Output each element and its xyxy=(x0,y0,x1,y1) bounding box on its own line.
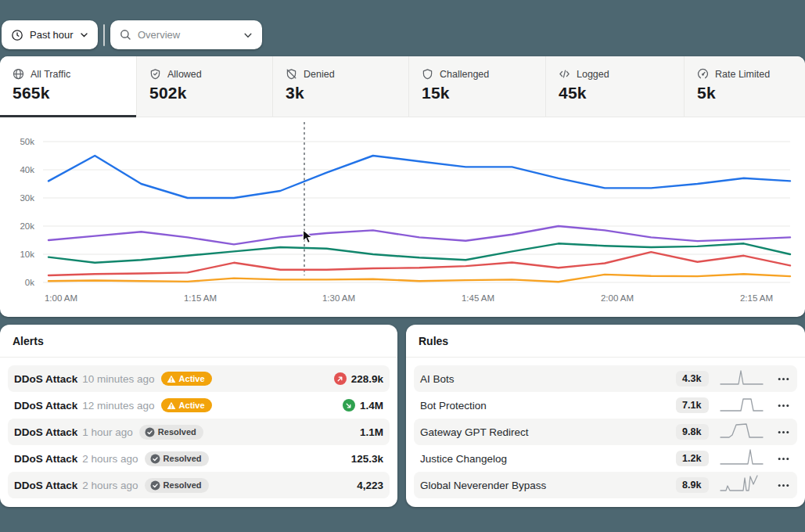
alert-status-badge: Resolved xyxy=(139,425,203,440)
alerts-title: Alerts xyxy=(13,335,44,347)
time-range-dropdown[interactable]: Past hour xyxy=(2,20,98,49)
rule-sparkline xyxy=(720,368,764,390)
metric-tab-value: 502k xyxy=(149,84,260,102)
line-chart[interactable]: 50k40k30k20k10k0k1:00 AM1:15 AM1:30 AM1:… xyxy=(0,117,805,317)
svg-text:1:15 AM: 1:15 AM xyxy=(184,293,217,303)
warning-icon xyxy=(167,375,176,383)
metric-tab-label: Denied xyxy=(304,69,335,80)
alert-row[interactable]: DDoS Attack 1 hour ago Resolved 1.1M xyxy=(8,419,390,445)
alert-row[interactable]: DDoS Attack 10 minutes ago Active 228.9k xyxy=(8,365,390,392)
svg-text:30k: 30k xyxy=(20,193,34,203)
svg-text:2:15 AM: 2:15 AM xyxy=(740,293,773,303)
rule-row[interactable]: Bot Protection 7.1k xyxy=(414,392,797,419)
svg-text:1:45 AM: 1:45 AM xyxy=(462,293,494,303)
alert-name: DDoS Attack xyxy=(14,373,77,385)
rule-hit-count: 4.3k xyxy=(676,371,709,386)
metric-tab-allowed[interactable]: Allowed 502k xyxy=(137,56,273,117)
alert-value: 125.3k xyxy=(351,453,383,465)
alert-row[interactable]: DDoS Attack 2 hours ago Resolved 125.3k xyxy=(8,445,390,472)
alert-status-badge: Resolved xyxy=(145,451,209,466)
trend-down-icon xyxy=(343,399,355,412)
alerts-header: Alerts xyxy=(0,325,397,358)
metric-tab-value: 5k xyxy=(697,84,792,102)
search-icon xyxy=(120,29,131,41)
alert-value: 1.4M xyxy=(360,400,383,412)
alerts-list: DDoS Attack 10 minutes ago Active 228.9k… xyxy=(0,358,397,498)
metric-tabs: All Traffic 565k Allowed 502k Denied 3k … xyxy=(0,56,805,117)
metric-tab-value: 45k xyxy=(559,84,671,102)
rules-panel: Rules AI Bots 4.3k Bot Protection 7.1k G… xyxy=(406,325,805,507)
alert-value: 1.1M xyxy=(360,426,383,438)
metric-tab-value: 565k xyxy=(13,84,124,102)
metric-tab-label: Challenged xyxy=(440,69,489,80)
alert-status-label: Active xyxy=(179,374,205,383)
rule-hit-count: 8.9k xyxy=(676,477,709,493)
metric-tab-rate-limited[interactable]: Rate Limited 5k xyxy=(685,56,805,117)
rule-menu-button[interactable] xyxy=(776,480,791,491)
alert-status-badge: Active xyxy=(161,372,212,386)
ellipsis-icon xyxy=(778,457,789,461)
alert-name: DDoS Attack xyxy=(14,400,77,412)
rule-hit-count: 9.8k xyxy=(676,424,709,440)
clock-icon xyxy=(11,29,23,41)
metric-tab-logged[interactable]: Logged 45k xyxy=(546,56,685,117)
metric-tab-label: Allowed xyxy=(167,69,202,80)
alert-status-label: Resolved xyxy=(164,480,202,490)
rule-row[interactable]: Global Neverender Bypass 8.9k xyxy=(414,472,797,498)
svg-text:2:00 AM: 2:00 AM xyxy=(601,293,634,303)
alert-time: 2 hours ago xyxy=(82,480,138,491)
series-green xyxy=(49,243,790,262)
chevron-down-icon xyxy=(243,31,253,40)
trend-up-icon xyxy=(334,372,347,385)
ellipsis-icon xyxy=(778,430,789,434)
alert-status-badge: Resolved xyxy=(145,478,209,493)
rule-name: Gateway GPT Redirect xyxy=(420,426,676,438)
gauge-icon xyxy=(697,68,709,80)
alert-name: DDoS Attack xyxy=(14,426,77,438)
view-select-value: Overview xyxy=(138,29,237,41)
metric-tab-label: All Traffic xyxy=(31,69,70,80)
alert-time: 1 hour ago xyxy=(82,426,133,438)
rule-menu-button[interactable] xyxy=(776,374,791,384)
rule-name: AI Bots xyxy=(420,373,676,385)
globe-icon xyxy=(13,68,24,80)
rule-menu-button[interactable] xyxy=(776,427,791,437)
rule-sparkline xyxy=(720,421,764,443)
rule-sparkline xyxy=(720,394,764,416)
traffic-chart[interactable]: 50k40k30k20k10k0k1:00 AM1:15 AM1:30 AM1:… xyxy=(0,117,805,317)
alerts-panel: Alerts DDoS Attack 10 minutes ago Active… xyxy=(0,325,397,507)
rule-name: Bot Protection xyxy=(420,400,676,412)
metric-tab-all-traffic[interactable]: All Traffic 565k xyxy=(0,56,137,117)
rule-row[interactable]: AI Bots 4.3k xyxy=(414,365,797,392)
svg-text:40k: 40k xyxy=(20,165,34,174)
time-range-label: Past hour xyxy=(30,29,74,41)
alert-time: 10 minutes ago xyxy=(82,373,154,385)
alert-status-badge: Active xyxy=(161,398,212,412)
series-red xyxy=(49,252,790,275)
alert-row[interactable]: DDoS Attack 12 minutes ago Active 1.4M xyxy=(8,392,390,419)
shield-check-icon xyxy=(149,68,161,80)
series-blue xyxy=(49,156,790,198)
rule-row[interactable]: Justice Changelog 1.2k xyxy=(414,445,797,472)
alert-value: 228.9k xyxy=(351,373,383,385)
alert-status-label: Active xyxy=(179,401,205,410)
metric-tab-value: 15k xyxy=(422,84,533,102)
metric-tab-denied[interactable]: Denied 3k xyxy=(273,56,409,117)
rule-menu-button[interactable] xyxy=(776,454,791,464)
ellipsis-icon xyxy=(778,483,789,487)
view-select-dropdown[interactable]: Overview xyxy=(110,20,262,49)
series-purple xyxy=(49,226,790,244)
metric-tab-value: 3k xyxy=(286,84,396,102)
ellipsis-icon xyxy=(778,377,789,381)
rule-menu-button[interactable] xyxy=(776,401,791,411)
alert-status-label: Resolved xyxy=(158,427,196,437)
code-icon xyxy=(559,68,570,80)
alert-row[interactable]: DDoS Attack 2 hours ago Resolved 4,223 xyxy=(8,472,390,498)
traffic-overview-panel: All Traffic 565k Allowed 502k Denied 3k … xyxy=(0,56,805,317)
rule-row[interactable]: Gateway GPT Redirect 9.8k xyxy=(414,419,797,445)
ellipsis-icon xyxy=(778,404,789,408)
svg-text:0k: 0k xyxy=(25,278,34,287)
metric-tab-challenged[interactable]: Challenged 15k xyxy=(409,56,546,117)
rule-hit-count: 7.1k xyxy=(676,397,709,413)
metric-tab-label: Logged xyxy=(577,69,609,80)
